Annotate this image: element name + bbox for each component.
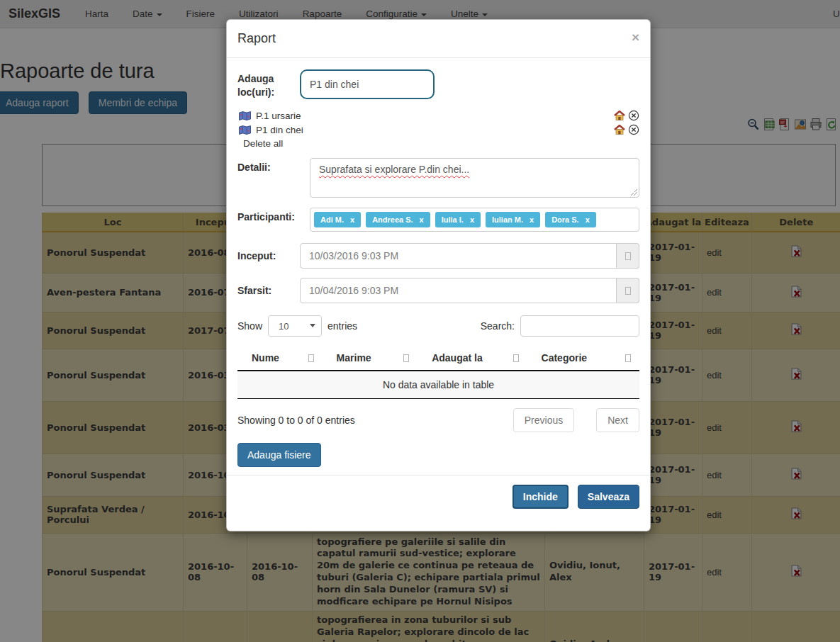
modal-footer: Inchide Salveaza	[227, 475, 650, 518]
resize-handle[interactable]	[631, 189, 637, 196]
calendar-icon[interactable]	[617, 243, 639, 269]
remove-tag-icon[interactable]: x	[530, 215, 534, 224]
location-item: P1 din chei	[239, 123, 639, 137]
save-button[interactable]: Salveaza	[578, 485, 639, 509]
location-name: P1 din chei	[256, 125, 303, 135]
show-label: Show	[237, 320, 262, 332]
files-col-nume[interactable]: Nume	[237, 346, 323, 370]
remove-tag-icon[interactable]: x	[420, 215, 424, 224]
sort-icon	[403, 354, 409, 362]
map-icon	[239, 111, 251, 120]
remove-tag-icon[interactable]: x	[586, 215, 590, 224]
calendar-icon[interactable]	[617, 278, 639, 303]
location-name: P.1 ursarie	[256, 111, 301, 121]
sort-icon	[625, 354, 631, 362]
participant-tag: Andreea S.x	[366, 212, 430, 227]
next-button[interactable]: Next	[596, 408, 639, 432]
start-date-input[interactable]	[300, 243, 617, 269]
participant-tag: Iulia I.x	[435, 212, 481, 227]
location-item: P.1 ursarie	[239, 108, 639, 123]
modal-title: Raport	[237, 31, 639, 46]
remove-location-icon[interactable]	[628, 124, 639, 135]
add-files-button[interactable]: Adauga fisiere	[237, 443, 321, 467]
remove-tag-icon[interactable]: x	[470, 215, 474, 224]
house-icon[interactable]	[614, 125, 625, 135]
add-location-input[interactable]	[300, 69, 435, 99]
details-label: Detalii:	[237, 158, 310, 174]
previous-button[interactable]: Previous	[513, 408, 574, 432]
files-col-adaugat-la[interactable]: Adaugat la	[418, 346, 527, 370]
files-table: Nume Marime Adaugat la Categorie No data…	[237, 346, 639, 399]
delete-all-link[interactable]: Delete all	[243, 138, 283, 149]
details-text: Suprafata si explorare P.din chei...	[319, 164, 469, 175]
house-icon[interactable]	[614, 111, 625, 120]
participant-tag: Iulian M.x	[486, 212, 540, 227]
sort-icon	[308, 354, 314, 362]
search-label: Search:	[481, 320, 515, 332]
remove-location-icon[interactable]	[628, 110, 639, 121]
modal-body: Adauga loc(uri): P.1 ursarie P1 din chei	[227, 58, 650, 467]
participants-box[interactable]: Adi M.x Andreea S.x Iulia I.x Iulian M.x…	[310, 208, 639, 232]
map-icon	[239, 125, 251, 135]
end-label: Sfarsit:	[237, 284, 300, 298]
location-list: P.1 ursarie P1 din chei Delete all	[239, 108, 639, 150]
files-empty-message: No data available in table	[237, 371, 639, 399]
report-modal: Raport × Adauga loc(uri): P.1 ursarie P1…	[226, 19, 651, 531]
files-col-categorie[interactable]: Categorie	[527, 346, 639, 370]
page-length-select[interactable]: 10	[268, 315, 322, 337]
files-info-text: Showing 0 to 0 of 0 entries	[237, 415, 355, 426]
sort-icon	[513, 354, 519, 362]
start-label: Inceput:	[237, 249, 300, 263]
remove-tag-icon[interactable]: x	[350, 215, 354, 224]
participant-tag: Dora S.x	[545, 212, 596, 227]
modal-header: Raport ×	[227, 20, 650, 58]
participants-label: Participanti:	[237, 208, 310, 224]
entries-label: entries	[327, 320, 357, 332]
close-icon[interactable]: ×	[632, 30, 639, 45]
files-col-marime[interactable]: Marime	[323, 346, 418, 370]
add-location-label: Adauga loc(uri):	[237, 69, 300, 99]
close-button[interactable]: Inchide	[513, 485, 569, 509]
end-date-input[interactable]	[300, 278, 617, 303]
search-input[interactable]	[520, 315, 639, 337]
participant-tag: Adi M.x	[314, 212, 361, 227]
details-textarea[interactable]: Suprafata si explorare P.din chei...	[310, 158, 639, 198]
